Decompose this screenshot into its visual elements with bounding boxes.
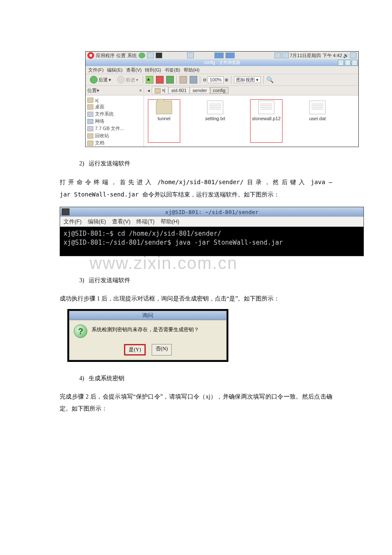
menu-goto[interactable]: 转到(G) <box>145 67 161 73</box>
toolbar: 后退 ▾ 前进 ▾ ▲ ⊖ 100% ⊕ 图标视图 ▾ 🔍 <box>86 74 358 86</box>
terminal-window: xj@SID-801: ~/sid-801/sender 文件(F) 编辑(E)… <box>60 207 364 256</box>
stop-icon[interactable] <box>156 76 164 84</box>
file-icon <box>258 101 274 114</box>
menu-bookmarks[interactable]: 书签(B) <box>164 67 180 73</box>
breadcrumb-current[interactable]: config <box>210 87 228 94</box>
desktop-panel: 应用程序 位置 系统 7月11日星期四 下午 4:42 🔊 <box>86 52 358 59</box>
view-mode-select[interactable]: 图标视图 ▾ <box>234 76 261 83</box>
search-icon[interactable]: 🔍 <box>266 76 274 83</box>
terminal-menubar: 文件(F) 编辑(E) 查看(V) 终端(T) 帮助(H) <box>60 217 363 227</box>
panel-launcher-icon[interactable] <box>156 52 162 58</box>
sidebar-item[interactable]: 文件系统 <box>87 110 142 118</box>
panel-system[interactable]: 系统 <box>127 52 137 59</box>
tray-icon[interactable] <box>350 52 357 58</box>
taskbar-window-2[interactable] <box>225 52 235 58</box>
taskbar-window-1[interactable] <box>214 52 224 58</box>
window-title-bar: config - 文件浏览器 _ □ × <box>86 59 358 66</box>
computer-icon[interactable] <box>190 76 197 84</box>
zoom-level[interactable]: 100% <box>208 76 224 83</box>
path-back-icon[interactable]: ◂ <box>146 88 152 93</box>
panel-keyboard-icon[interactable] <box>187 52 194 58</box>
terminal-menu-terminal[interactable]: 终端(T) <box>136 218 155 225</box>
file-manager-window: 应用程序 位置 系统 7月11日星期四 下午 4:42 🔊 config - 文… <box>85 51 359 147</box>
up-icon[interactable]: ▲ <box>146 76 153 84</box>
reload-icon[interactable] <box>166 76 174 84</box>
paragraph: 完成步骤 2 后，会提示填写“保护口令”，请填写口令（xj），并确保两次填写的口… <box>60 391 332 415</box>
step-heading-3: 3) 运行发送端软件 <box>79 277 332 284</box>
file-pane: tunnel setting.txt stonewall.p12 user.da… <box>144 95 358 147</box>
sidebar-item[interactable]: xj <box>87 97 142 103</box>
tray-icon[interactable] <box>282 52 289 58</box>
sidebar-close-icon[interactable]: × <box>139 88 142 93</box>
minimize-button[interactable]: _ <box>338 60 344 66</box>
close-button[interactable]: × <box>352 60 357 66</box>
step-heading-2: 2) 运行发送端软件 <box>79 160 332 168</box>
volume-icon[interactable]: 🔊 <box>343 53 349 58</box>
sidebar-item[interactable]: 回收站 <box>87 132 142 139</box>
sidebar-item[interactable]: 7.7 GB 文件... <box>87 125 142 132</box>
debian-logo-icon <box>87 52 94 59</box>
file-icon <box>207 101 223 114</box>
terminal-title: xj@SID-801: ~/sid-801/sender <box>165 209 258 215</box>
file-icon <box>309 101 326 114</box>
forward-button: 前进 ▾ <box>115 75 140 84</box>
sidebar-item[interactable]: 网络 <box>87 118 142 125</box>
terminal-title-bar: xj@SID-801: ~/sid-801/sender <box>60 207 363 217</box>
paragraph: 成功执行步骤 1 后，出现提示对话框，询问是否生成密钥，点击“是”。如下图所示： <box>60 293 332 305</box>
pathbar: 位置▾ × ◂ xj sid-801 sender config <box>86 86 358 95</box>
file-label: stonewall.p12 <box>252 116 280 121</box>
terminal-menu-view[interactable]: 查看(V) <box>112 218 130 225</box>
menu-help[interactable]: 帮助(H) <box>184 67 199 73</box>
sidebar-item[interactable]: 桌面 <box>87 103 142 110</box>
terminal-output[interactable]: xj@SID-801:~$ cd /home/xj/sid-801/sender… <box>60 227 363 256</box>
file-label: tunnel <box>158 116 170 121</box>
file-item-folder[interactable]: tunnel <box>149 101 179 142</box>
file-label: user.dat <box>309 116 326 121</box>
home-icon[interactable] <box>179 76 187 84</box>
file-item[interactable]: user.dat <box>303 101 332 142</box>
panel-places[interactable]: 位置 <box>116 52 126 59</box>
paragraph: 打开命令终端，首先进入 /home/xj/sid-801/sender/ 目录，… <box>60 176 332 201</box>
sidebar: xj 桌面 文件系统 网络 7.7 GB 文件... 回收站 文档 <box>86 95 144 147</box>
terminal-menu-file[interactable]: 文件(F) <box>63 218 82 225</box>
breadcrumb[interactable]: sid-801 <box>168 87 190 94</box>
terminal-icon <box>62 208 69 215</box>
zoom-out-icon[interactable]: ⊖ <box>203 77 207 83</box>
no-button[interactable]: 否(N) <box>152 344 172 356</box>
panel-clock: 7月11日星期四 下午 4:42 <box>290 52 342 59</box>
zoom-controls: ⊖ 100% ⊕ <box>203 76 228 83</box>
question-icon: ? <box>74 324 87 338</box>
dialog-title: 询问 <box>69 311 226 320</box>
file-item[interactable]: setting.txt <box>200 101 230 142</box>
sidebar-item[interactable]: 文档 <box>87 139 142 147</box>
zoom-in-icon[interactable]: ⊕ <box>225 77 228 83</box>
step-heading-4: 4) 生成系统密钥 <box>79 375 332 382</box>
panel-launcher-icon[interactable] <box>138 52 145 58</box>
terminal-menu-help[interactable]: 帮助(H) <box>161 218 179 225</box>
maximize-button[interactable]: □ <box>345 60 351 66</box>
menu-file[interactable]: 文件(F) <box>88 67 104 73</box>
tray-icon[interactable] <box>274 52 281 58</box>
yes-button[interactable]: 是(Y) <box>124 344 146 356</box>
breadcrumb[interactable]: xj <box>152 87 168 94</box>
window-title: config - 文件浏览器 <box>204 60 240 65</box>
panel-launcher-icon[interactable] <box>147 52 154 58</box>
places-header: 位置▾ <box>87 87 99 94</box>
confirm-dialog: 询问 ? 系统检测到密钥尚未存在，是否需要生成密钥？ 是(Y) 否(N) <box>67 309 228 362</box>
menu-view[interactable]: 查看(V) <box>126 67 142 73</box>
dialog-message: 系统检测到密钥尚未存在，是否需要生成密钥？ <box>92 326 199 333</box>
file-item[interactable]: stonewall.p12 <box>251 101 281 142</box>
back-button[interactable]: 后退 ▾ <box>88 75 113 84</box>
breadcrumb[interactable]: sender <box>190 87 210 94</box>
terminal-menu-edit[interactable]: 编辑(E) <box>88 218 106 225</box>
menu-edit[interactable]: 编辑(E) <box>107 67 123 73</box>
file-label: setting.txt <box>205 116 225 121</box>
panel-apps[interactable]: 应用程序 <box>96 52 115 59</box>
menubar: 文件(F) 编辑(E) 查看(V) 转到(G) 书签(B) 帮助(H) <box>86 66 358 74</box>
folder-icon <box>156 101 172 114</box>
